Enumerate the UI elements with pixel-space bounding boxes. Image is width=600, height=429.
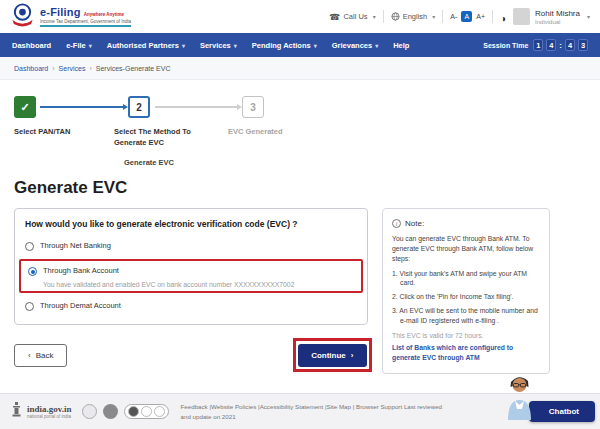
certification-badges — [82, 404, 169, 419]
brand-logo[interactable]: e-Filing Anywhere Anytime Income Tax Dep… — [10, 2, 131, 31]
font-increase-button[interactable]: A+ — [476, 13, 485, 20]
option-demat-account[interactable]: Through Demat Account — [25, 296, 357, 316]
language-label: English — [403, 12, 428, 21]
breadcrumb-current: Services-Generate EVC — [96, 65, 171, 72]
session-digit: 4 — [565, 39, 575, 51]
session-digit: 3 — [578, 39, 588, 51]
font-decrease-button[interactable]: A- — [450, 13, 457, 20]
note-panel: Note: You can generate EVC through Bank … — [382, 208, 550, 374]
option-bank-account[interactable]: Through Bank Account — [28, 264, 354, 278]
user-menu[interactable]: Rohit Mishra Individual — [513, 8, 590, 25]
step1-label: Select PAN/TAN — [14, 126, 70, 137]
india-emblem-icon — [10, 401, 23, 422]
footer-links-text[interactable]: Feedback |Website Policies |Accessibilit… — [181, 403, 403, 410]
option-label: Through Net Banking — [40, 241, 111, 250]
radio-unselected-icon[interactable] — [25, 242, 34, 251]
back-button[interactable]: Back — [14, 344, 67, 367]
divider — [492, 10, 493, 23]
portal-name: india.gov.in — [27, 404, 72, 414]
brand-text: e-Filing Anywhere Anytime Income Tax Dep… — [40, 6, 131, 27]
contrast-toggle-icon[interactable] — [500, 8, 506, 26]
divider — [442, 10, 443, 23]
step1-check-icon — [14, 96, 36, 118]
note-header: Note: — [392, 219, 540, 228]
chatbot-widget: Chatbot — [501, 374, 595, 422]
nav-help[interactable]: Help — [393, 41, 409, 50]
emblem-icon — [10, 2, 35, 31]
bank-account-description: You have validated and enabled EVC on ba… — [43, 281, 354, 288]
note-title: Note: — [405, 219, 424, 228]
breadcrumb: Dashboard Services Services-Generate EVC — [0, 57, 600, 80]
nav-pending-actions[interactable]: Pending Actions — [252, 41, 317, 50]
step3-label: EVC Generated — [228, 126, 283, 137]
call-us-menu[interactable]: Call Us — [329, 12, 375, 22]
page-title: Generate EVC — [14, 178, 586, 198]
certification-badge — [141, 406, 152, 417]
session-timer: Session Time 1 4 : 4 3 — [483, 39, 588, 51]
language-menu[interactable]: English — [391, 12, 436, 21]
note-step: 3. An EVC will be sent to the mobile num… — [392, 306, 540, 326]
session-colon: : — [559, 41, 562, 50]
session-time-label: Session Time — [483, 42, 528, 49]
phone-icon — [329, 12, 340, 22]
call-us-label: Call Us — [343, 12, 367, 21]
header-utilities: Call Us English A- A A+ Rohit Mishra — [329, 8, 590, 26]
session-digit: 1 — [533, 39, 543, 51]
highlight-box-continue: Continue — [293, 338, 372, 372]
certification-badge — [128, 406, 139, 417]
brand-tagline: Anywhere Anytime — [84, 12, 124, 17]
option-net-banking[interactable]: Through Net Banking — [25, 236, 357, 256]
step-connector-pending — [155, 106, 238, 108]
option-label: Through Demat Account — [40, 301, 121, 310]
globe-icon — [391, 12, 400, 21]
info-icon — [392, 219, 401, 228]
user-name: Rohit Mishra — [535, 9, 580, 18]
step2-box: 2 — [128, 96, 150, 118]
certification-badge — [154, 406, 165, 417]
note-validity: This EVC is valid for 72 hours. — [392, 332, 540, 339]
radio-selected-icon[interactable] — [28, 267, 37, 276]
highlight-box-bank-account: Through Bank Account You have validated … — [19, 259, 363, 293]
main-content: 2 3 Select PAN/TAN Select The Method To … — [0, 80, 600, 374]
chatbot-mascot-icon — [501, 374, 537, 424]
chatbot-button[interactable]: Chatbot — [529, 401, 595, 422]
nav-authorised-partners[interactable]: Authorised Partners — [107, 41, 185, 50]
nav-services[interactable]: Services — [200, 41, 237, 50]
nav-grievances[interactable]: Grievances — [332, 41, 378, 50]
breadcrumb-services[interactable]: Services — [59, 65, 92, 72]
continue-button[interactable]: Continue — [298, 344, 366, 367]
step3-box: 3 — [242, 96, 264, 118]
actions-row: Back Continue — [14, 338, 368, 372]
session-digit: 4 — [546, 39, 556, 51]
avatar — [513, 8, 530, 25]
footer-links: Feedback |Website Policies |Accessibilit… — [181, 402, 449, 422]
note-intro: You can generate EVC through Bank ATM. T… — [392, 234, 540, 265]
nav-efile[interactable]: e-File — [66, 41, 92, 50]
india-gov-portal-link[interactable]: india.gov.in national portal of india — [10, 401, 72, 422]
font-normal-button[interactable]: A — [461, 11, 472, 22]
certification-badge — [103, 404, 118, 419]
evc-question: How would you like to generate electroni… — [25, 219, 357, 229]
certification-badge-group — [124, 404, 169, 419]
evc-options-card: How would you like to generate electroni… — [14, 208, 368, 325]
user-type: Individual — [535, 19, 580, 25]
brand-subtitle: Income Tax Department, Government of Ind… — [40, 19, 131, 24]
breadcrumb-dashboard[interactable]: Dashboard — [14, 65, 55, 72]
radio-unselected-icon[interactable] — [25, 302, 34, 311]
option-label: Through Bank Account — [43, 266, 119, 275]
font-size-controls: A- A A+ — [450, 11, 485, 22]
efiling-portal-screen: e-Filing Anywhere Anytime Income Tax Dep… — [0, 0, 600, 429]
top-header: e-Filing Anywhere Anytime Income Tax Dep… — [0, 0, 600, 33]
progress-stepper: 2 3 Select PAN/TAN Select The Method To … — [14, 88, 586, 176]
divider — [383, 10, 384, 23]
main-navbar: Dashboard e-File Authorised Partners Ser… — [0, 33, 600, 57]
certification-badge — [82, 404, 97, 419]
brand-name: e-Filing — [40, 6, 81, 18]
note-step: 2. Click on the 'Pin for Income Tax fili… — [392, 292, 540, 302]
nav-dashboard[interactable]: Dashboard — [12, 41, 51, 50]
step-connector-active — [40, 106, 124, 108]
note-step: 1. Visit your bank's ATM and swipe your … — [392, 269, 540, 289]
bank-list-link[interactable]: List of Banks which are configured to ge… — [392, 343, 540, 363]
step2-sublabel: Generate EVC — [124, 158, 174, 167]
step2-label: Select The Method To Generate EVC — [114, 126, 209, 149]
